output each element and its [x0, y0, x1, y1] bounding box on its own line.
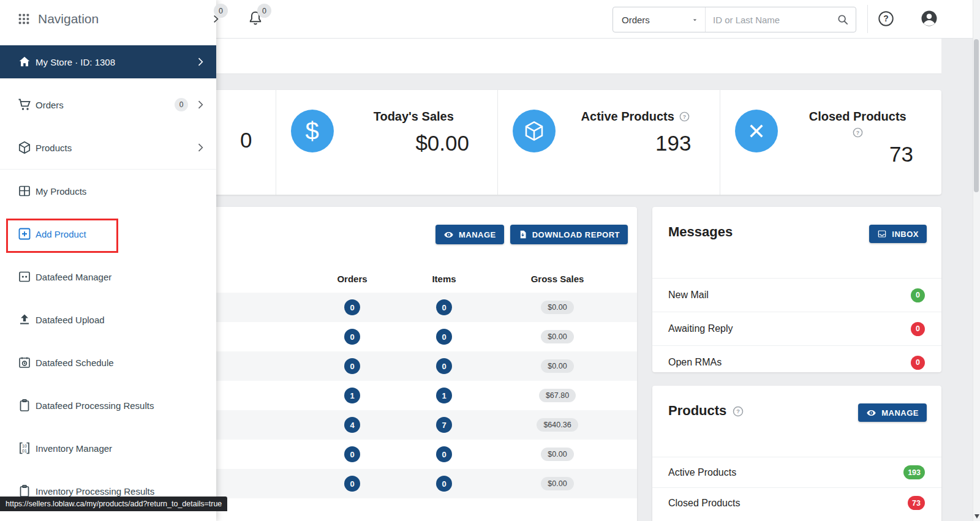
orders-count-badge: 0 — [344, 329, 360, 345]
download-file-icon — [518, 230, 527, 239]
items-count-badge: 0 — [436, 446, 452, 462]
sidebar-item-add-product[interactable]: Add Product — [0, 212, 216, 255]
messages-row: Awaiting Reply 0 — [652, 312, 941, 345]
datafeed-schedule-icon — [17, 355, 32, 370]
column-header-orders: Orders — [322, 266, 383, 293]
sidebar-item-orders[interactable]: Orders 0 — [0, 83, 216, 126]
scrollbar-thumb[interactable] — [974, 39, 979, 192]
messages-row-label: New Mail — [668, 290, 709, 301]
notification-count-badge: 0 — [214, 4, 228, 18]
count-badge: 193 — [903, 465, 925, 479]
sidebar-item-label: Add Product — [36, 229, 206, 239]
download-report-button[interactable]: DOWNLOAD REPORT — [510, 225, 628, 244]
datafeed-manager-icon — [17, 269, 32, 284]
orders-count-badge: 4 — [344, 417, 360, 433]
package-icon — [513, 110, 556, 152]
column-header-items: Items — [413, 266, 475, 293]
search-icon[interactable] — [835, 13, 856, 26]
orders-count-badge: 0 — [344, 476, 360, 492]
column-header-gross-sales: Gross Sales — [511, 266, 603, 293]
stat-card-active-products: Active Products ? 193 — [498, 90, 720, 195]
download-button-label: DOWNLOAD REPORT — [532, 230, 620, 239]
scrollbar[interactable] — [973, 0, 980, 521]
help-icon[interactable]: ? — [732, 405, 744, 418]
inventory-manager-icon: 10 01 — [17, 441, 32, 455]
manage-button[interactable]: MANAGE — [435, 225, 504, 244]
stat-title: Today's Sales — [374, 110, 454, 124]
apps-grid-icon — [17, 12, 31, 26]
sidebar-item-inventory-manager[interactable]: 10 01 Inventory Manager — [0, 427, 216, 470]
home-icon — [17, 55, 32, 69]
products-row-label: Active Products — [668, 467, 736, 478]
add-product-icon — [17, 227, 32, 241]
stat-text: Today's Sales $0.00 — [345, 106, 483, 179]
help-button[interactable]: ? — [877, 10, 895, 28]
stat-card-closed-products: Closed Products ? 73 — [720, 90, 942, 195]
sidebar-item-datafeed-manager[interactable]: Datafeed Manager — [0, 255, 216, 298]
stat-value: 193 — [567, 131, 705, 156]
manage-button-label: MANAGE — [459, 230, 496, 239]
help-icon[interactable]: ? — [679, 111, 690, 122]
sidebar-item-datafeed-upload[interactable]: Datafeed Upload — [0, 298, 216, 341]
gross-sales-pill: $0.00 — [541, 448, 573, 461]
products-row: Active Products 193 — [652, 457, 941, 487]
orders-badge: 0 — [175, 98, 188, 111]
search-input[interactable] — [706, 7, 835, 32]
products-row-label: Closed Products — [668, 498, 740, 509]
search-category-select[interactable]: Orders — [613, 7, 706, 32]
datafeed-upload-icon — [17, 312, 32, 327]
count-badge: 73 — [908, 496, 925, 510]
sidebar-item-label: My Products — [36, 186, 206, 197]
navigation-drawer: Navigation My Store · ID: 1308 Orders 0 … — [0, 0, 216, 521]
messages-card: Messages INBOX New Mail 0 Awaiting Reply… — [652, 207, 941, 372]
header-divider — [867, 5, 868, 33]
sidebar-item-my-products[interactable]: My Products — [0, 170, 216, 212]
sidebar-item-label: Inventory Manager — [36, 443, 206, 454]
items-count-badge: 1 — [436, 388, 452, 403]
sidebar-item-label: Datafeed Upload — [36, 315, 206, 325]
messages-row: New Mail 0 — [652, 278, 941, 312]
inbox-button-label: INBOX — [892, 230, 919, 239]
svg-text:?: ? — [883, 13, 888, 23]
stat-text: Closed Products ? 73 — [789, 106, 927, 179]
status-url-bubble: https://sellers.loblaw.ca/my/products/ad… — [0, 497, 227, 511]
items-count-badge: 7 — [436, 417, 452, 433]
gross-sales-pill: $0.00 — [541, 477, 573, 490]
gross-sales-pill: $0.00 — [541, 359, 573, 373]
chevron-right-icon — [194, 56, 206, 68]
orders-count-badge: 1 — [344, 388, 360, 403]
items-count-badge: 0 — [436, 476, 452, 492]
products-card-header: Products ? MANAGE — [652, 386, 941, 457]
cart-icon — [17, 97, 32, 112]
gross-sales-pill: $0.00 — [541, 330, 573, 343]
svg-text:?: ? — [737, 408, 741, 414]
gross-sales-pill: $640.36 — [537, 418, 578, 432]
stat-value: $0.00 — [345, 131, 483, 156]
sidebar-item-label: Datafeed Manager — [36, 272, 206, 282]
gross-sales-pill: $67.80 — [539, 389, 576, 402]
account-button[interactable] — [920, 9, 938, 28]
scroll-down-arrow[interactable] — [973, 512, 980, 520]
chevron-down-icon — [691, 16, 699, 24]
header-search-group: Orders — [612, 7, 856, 32]
help-icon[interactable]: ? — [852, 127, 864, 138]
items-count-badge: 0 — [436, 299, 452, 315]
products-row: Closed Products 73 — [652, 487, 941, 518]
count-badge: 0 — [911, 322, 925, 336]
svg-text:01: 01 — [22, 449, 27, 453]
sidebar-item-label: Datafeed Processing Results — [36, 400, 206, 411]
products-card: Products ? MANAGE Active Products 193 Cl… — [652, 386, 941, 521]
search-category-value: Orders — [622, 15, 650, 25]
sidebar-item-my-store[interactable]: My Store · ID: 1308 — [0, 45, 216, 78]
messages-row: Open RMAs 0 — [652, 345, 941, 379]
sidebar-item-products[interactable]: Products — [0, 126, 216, 169]
inbox-button[interactable]: INBOX — [869, 225, 927, 243]
my-products-icon — [17, 184, 32, 198]
chevron-right-icon — [194, 141, 206, 154]
bell-count-badge: 0 — [257, 4, 271, 18]
drawer-title: Navigation — [38, 12, 99, 26]
sidebar-item-datafeed-schedule[interactable]: Datafeed Schedule — [0, 341, 216, 384]
sidebar-item-datafeed-processing-results[interactable]: Datafeed Processing Results — [0, 384, 216, 427]
manage-button[interactable]: MANAGE — [858, 403, 927, 422]
count-badge: 0 — [911, 356, 925, 370]
